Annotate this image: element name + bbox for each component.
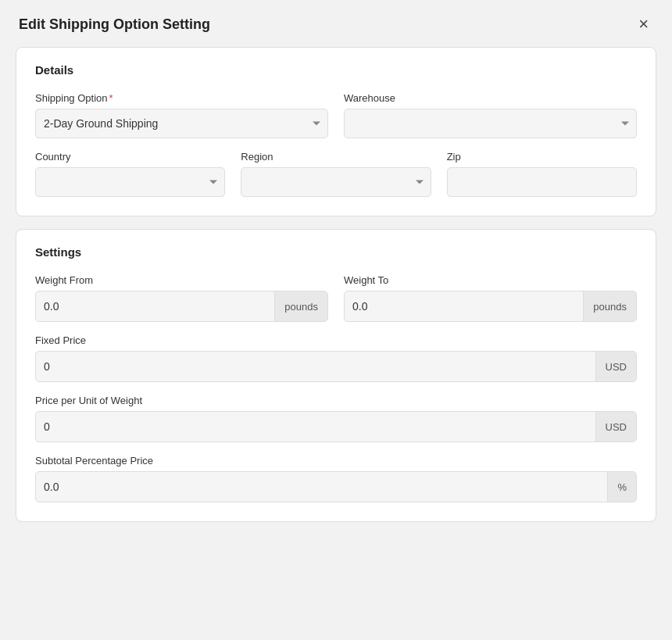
details-row-1: Shipping Option* 2-Day Ground Shipping S… (35, 92, 637, 138)
warehouse-group: Warehouse (344, 92, 637, 138)
details-section: Details Shipping Option* 2-Day Ground Sh… (16, 47, 656, 216)
zip-group: Zip (447, 151, 637, 197)
details-row-2: Country Region Z (35, 151, 637, 197)
subtotal-percentage-row: Subtotal Percentage Price % (35, 455, 637, 502)
zip-label: Zip (447, 151, 637, 163)
weight-row: Weight From pounds Weight To pounds (35, 274, 637, 322)
weight-to-input[interactable] (345, 291, 583, 321)
shipping-option-select[interactable]: 2-Day Ground Shipping Standard Shipping … (35, 109, 328, 138)
fixed-price-input-wrapper: USD (35, 351, 637, 382)
price-per-unit-row: Price per Unit of Weight USD (35, 395, 637, 442)
price-per-unit-input-wrapper: USD (35, 411, 637, 442)
required-asterisk: * (109, 92, 113, 104)
settings-section: Settings Weight From pounds Weight To po… (16, 229, 656, 522)
weight-to-group: Weight To pounds (344, 274, 637, 322)
price-per-unit-input[interactable] (36, 412, 595, 442)
weight-from-input[interactable] (36, 291, 274, 321)
price-per-unit-label: Price per Unit of Weight (35, 395, 637, 406)
zip-input[interactable] (447, 167, 637, 197)
weight-to-suffix: pounds (583, 291, 636, 321)
modal-header: Edit Shipping Option Setting × (0, 0, 672, 47)
modal: Edit Shipping Option Setting × Details S… (0, 0, 672, 640)
fixed-price-group: Fixed Price USD (35, 334, 637, 382)
country-label: Country (35, 151, 225, 163)
weight-to-input-wrapper: pounds (344, 291, 637, 322)
price-per-unit-group: Price per Unit of Weight USD (35, 395, 637, 442)
fixed-price-row: Fixed Price USD (35, 334, 637, 382)
price-per-unit-suffix: USD (595, 412, 636, 442)
subtotal-percentage-input[interactable] (36, 472, 607, 502)
close-button[interactable]: × (634, 14, 653, 34)
shipping-option-select-wrapper: 2-Day Ground Shipping Standard Shipping … (35, 109, 328, 138)
warehouse-label: Warehouse (344, 92, 637, 104)
modal-content: Details Shipping Option* 2-Day Ground Sh… (0, 47, 672, 538)
fixed-price-suffix: USD (595, 352, 636, 381)
subtotal-percentage-input-wrapper: % (35, 471, 637, 502)
shipping-option-group: Shipping Option* 2-Day Ground Shipping S… (35, 92, 328, 138)
region-select[interactable] (241, 167, 431, 197)
warehouse-select-wrapper (344, 109, 637, 138)
details-section-title: Details (35, 63, 637, 77)
weight-from-input-wrapper: pounds (35, 291, 328, 322)
modal-title: Edit Shipping Option Setting (19, 16, 210, 33)
weight-from-label: Weight From (35, 274, 328, 286)
country-select-wrapper (35, 167, 225, 197)
warehouse-select[interactable] (344, 109, 637, 138)
region-group: Region (241, 151, 431, 197)
weight-from-suffix: pounds (274, 291, 327, 321)
region-label: Region (241, 151, 431, 163)
shipping-option-label: Shipping Option* (35, 92, 328, 104)
fixed-price-input[interactable] (36, 352, 595, 381)
weight-to-label: Weight To (344, 274, 637, 286)
settings-section-title: Settings (35, 245, 637, 259)
fixed-price-label: Fixed Price (35, 334, 637, 346)
region-select-wrapper (241, 167, 431, 197)
subtotal-percentage-label: Subtotal Percentage Price (35, 455, 637, 467)
country-group: Country (35, 151, 225, 197)
subtotal-percentage-group: Subtotal Percentage Price % (35, 455, 637, 502)
country-select[interactable] (35, 167, 225, 197)
subtotal-percentage-suffix: % (607, 472, 636, 502)
weight-from-group: Weight From pounds (35, 274, 328, 322)
